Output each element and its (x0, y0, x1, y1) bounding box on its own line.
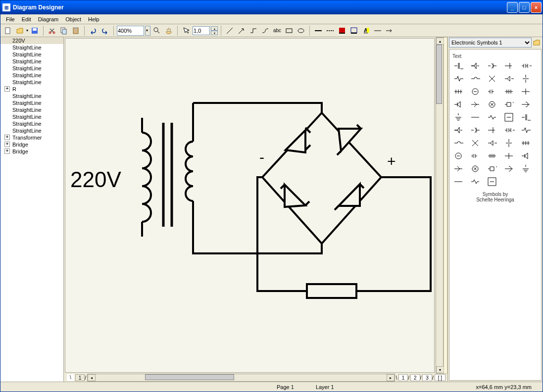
palette-symbol[interactable] (520, 87, 532, 97)
palette-symbol[interactable] (469, 177, 481, 187)
palette-symbol[interactable] (469, 138, 481, 148)
spinner-down[interactable]: ▾ (211, 31, 218, 35)
new-button[interactable] (2, 25, 13, 36)
zoom-tool-button[interactable] (151, 25, 162, 36)
palette-symbol[interactable] (520, 99, 532, 109)
menu-object[interactable]: Object (62, 15, 85, 23)
spinner-up[interactable]: ▴ (211, 26, 218, 31)
palette-symbol[interactable] (486, 61, 498, 71)
palette-symbol[interactable] (503, 74, 515, 84)
palette-symbol[interactable] (469, 112, 481, 122)
palette-symbol[interactable] (503, 61, 515, 71)
line-color-button[interactable] (348, 25, 359, 36)
canvas-h-scrollbar[interactable]: ◂ ▸ (87, 374, 395, 382)
palette-symbol[interactable] (520, 138, 532, 148)
page-tab-1b[interactable]: 1 (398, 374, 408, 381)
palette-symbol[interactable] (520, 151, 532, 161)
palette-symbol[interactable] (520, 112, 532, 122)
menu-edit[interactable]: Edit (18, 15, 35, 23)
palette-symbol[interactable] (486, 74, 498, 84)
menu-help[interactable]: Help (85, 15, 103, 23)
connector2-button[interactable] (260, 25, 271, 36)
palette-symbol[interactable] (452, 151, 464, 161)
tree-item[interactable]: R (0, 86, 63, 93)
tree-item[interactable]: 220V (0, 37, 63, 44)
palette-symbol[interactable] (503, 138, 515, 148)
tree-item[interactable]: Transformer (0, 134, 63, 141)
palette-symbol[interactable] (503, 125, 515, 135)
palette-symbol[interactable] (486, 177, 498, 187)
palette-symbol[interactable] (486, 112, 498, 122)
page-tab-3[interactable]: 3 (422, 374, 432, 381)
close-button[interactable]: × (531, 2, 542, 13)
menu-file[interactable]: File (2, 15, 18, 23)
palette-symbol[interactable] (469, 99, 481, 109)
line-width-input[interactable] (193, 26, 210, 35)
save-button[interactable] (29, 25, 40, 36)
zoom-select[interactable] (117, 26, 144, 36)
palette-symbol[interactable] (486, 125, 498, 135)
page-tab-leading[interactable]: \ (67, 374, 74, 381)
palette-symbol[interactable] (452, 138, 464, 148)
text-tool-button[interactable]: abc (272, 25, 283, 36)
maximize-button[interactable]: □ (519, 2, 530, 13)
palette-symbol[interactable] (452, 74, 464, 84)
tree-item[interactable]: Bridge (0, 148, 63, 155)
arrow-end-button[interactable] (384, 25, 395, 36)
redo-button[interactable] (99, 25, 110, 36)
palette-symbol[interactable] (503, 99, 515, 109)
fill-color-button[interactable] (337, 25, 347, 36)
arrow-start-button[interactable] (372, 25, 383, 36)
tree-item[interactable]: StraightLine (0, 93, 63, 99)
palette-symbol[interactable] (486, 87, 498, 97)
tree-item[interactable]: StraightLine (0, 99, 63, 106)
arrow-tool-button[interactable] (236, 25, 247, 36)
tree-item[interactable]: StraightLine (0, 58, 63, 65)
palette-symbol[interactable] (486, 164, 498, 174)
collapsed-panel-handle[interactable] (444, 37, 447, 374)
palette-symbol[interactable] (486, 151, 498, 161)
page-tab-add[interactable]: [ ] (435, 374, 445, 381)
paste-button[interactable] (70, 25, 81, 36)
palette-symbol[interactable] (452, 87, 464, 97)
palette-symbol[interactable] (520, 164, 532, 174)
copy-button[interactable] (58, 25, 69, 36)
connector1-button[interactable] (248, 25, 259, 36)
text-color-button[interactable]: A (360, 25, 371, 36)
rect-tool-button[interactable] (284, 25, 295, 36)
cut-button[interactable] (47, 25, 57, 36)
page-tab-2[interactable]: 2 (410, 374, 420, 381)
pan-tool-button[interactable] (163, 25, 174, 36)
palette-symbol[interactable] (520, 125, 532, 135)
palette-symbol[interactable] (486, 138, 498, 148)
palette-select[interactable]: Electronic Symbols 1 (449, 38, 532, 48)
palette-symbol[interactable] (452, 61, 464, 71)
palette-symbol[interactable] (503, 164, 515, 174)
undo-button[interactable] (88, 25, 99, 36)
minimize-button[interactable]: _ (507, 2, 518, 13)
tree-item[interactable]: StraightLine (0, 44, 63, 51)
palette-symbol[interactable] (503, 87, 515, 97)
tree-item[interactable]: StraightLine (0, 120, 63, 127)
pointer-tool-button[interactable] (181, 25, 192, 36)
palette-symbol[interactable] (452, 177, 464, 187)
palette-symbol[interactable] (469, 74, 481, 84)
palette-symbol[interactable] (503, 151, 515, 161)
tree-item[interactable]: StraightLine (0, 51, 63, 58)
symbol-palette[interactable]: Text Symbols by Schelte Heeringa (449, 49, 542, 381)
palette-symbol[interactable] (520, 61, 532, 71)
palette-symbol[interactable] (452, 112, 464, 122)
linestyle1-button[interactable] (313, 25, 324, 36)
tree-item[interactable]: StraightLine (0, 113, 63, 120)
palette-symbol[interactable] (469, 164, 481, 174)
palette-open-button[interactable] (532, 38, 542, 48)
tree-item[interactable]: StraightLine (0, 65, 63, 72)
menu-diagram[interactable]: Diagram (35, 15, 62, 23)
tree-item[interactable]: StraightLine (0, 106, 63, 113)
open-button[interactable] (14, 25, 25, 36)
palette-symbol[interactable] (486, 99, 498, 109)
palette-symbol[interactable] (469, 125, 481, 135)
tree-item[interactable]: StraightLine (0, 72, 63, 79)
palette-symbol[interactable] (469, 87, 481, 97)
palette-symbol[interactable] (452, 164, 464, 174)
